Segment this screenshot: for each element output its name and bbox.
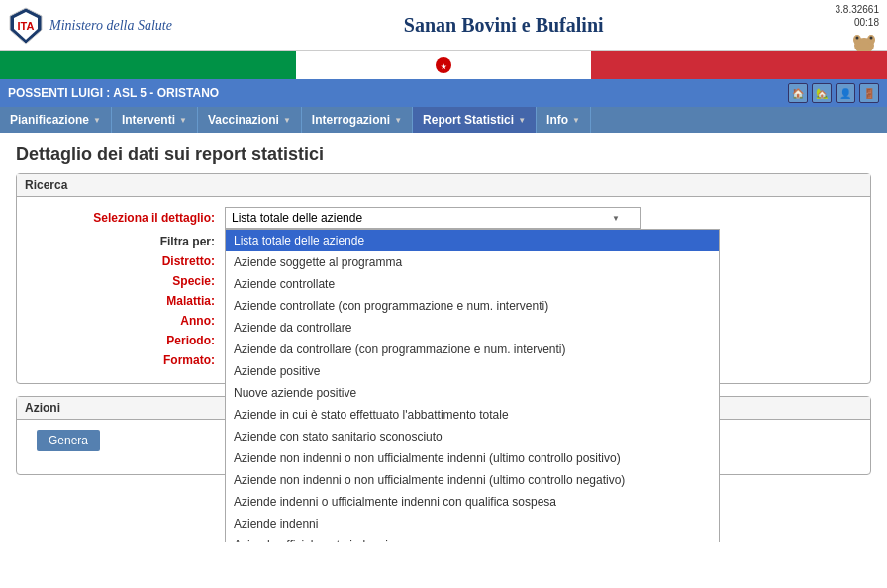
page-title: Dettaglio dei dati sui report statistici [0,133,887,173]
coat-of-arms: ★ [434,55,453,75]
malattia-label: Malattia: [27,294,225,308]
logo-area: ITA Ministero della Salute [8,6,172,46]
dropdown-item-12[interactable]: Aziende indenni o ufficialmente indenni … [226,491,719,513]
user-icons: 🏠 🏡 👤 🚪 [788,83,879,103]
nav-report-statistici[interactable]: Report Statistici ▼ [413,107,537,133]
dropdown-item-6[interactable]: Aziende positive [226,360,719,382]
dropdown-item-14[interactable]: Aziende ufficialmente indenni [226,535,719,542]
nav-vaccinazioni-arrow: ▼ [283,116,291,125]
house-icon[interactable]: 🏡 [812,83,832,103]
dropdown-item-1[interactable]: Aziende soggette al programma [226,251,719,273]
home-icon[interactable]: 🏠 [788,83,808,103]
flag-red [591,51,887,79]
nav-pianificazione[interactable]: Pianificazione ▼ [0,107,112,133]
generate-button[interactable]: Genera [37,430,100,451]
dettaglio-dropdown-container: Lista totale delle aziende ▼ Lista total… [225,207,641,229]
version-area: Versione 3.8.32661 00:18 [836,0,880,59]
dettaglio-label: Seleziona il dettaglio: [27,211,225,225]
nav-pianificazione-arrow: ▼ [93,116,101,125]
main-content: Ricerca Seleziona il dettaglio: Lista to… [0,173,887,503]
header: ITA Ministero della Salute Sanan Bovini … [0,0,887,51]
specie-label: Specie: [27,274,225,288]
flag-green [0,51,296,79]
nav-interrogazioni[interactable]: Interrogazioni ▼ [302,107,413,133]
italian-flag: ★ [0,51,887,79]
dropdown-selected-text: Lista totale delle aziende [232,211,362,225]
dropdown-item-5[interactable]: Aziende da controllare (con programmazio… [226,339,719,360]
dropdown-item-8[interactable]: Aziende in cui è stato effettuato l'abba… [226,404,719,426]
periodo-label: Periodo: [27,334,225,347]
app-title: Sanan Bovini e Bufalini [172,14,836,37]
ministry-name: Ministero della Salute [49,18,172,34]
nav-bar: Pianificazione ▼ Interventi ▼ Vaccinazio… [0,107,887,133]
filtra-label: Filtra per: [27,235,225,248]
nav-info[interactable]: Info ▼ [537,107,591,133]
nav-report-arrow: ▼ [518,116,526,125]
anno-label: Anno: [27,314,225,328]
formato-label: Formato: [27,353,225,367]
logout-icon[interactable]: 🚪 [859,83,879,103]
dropdown-list: Lista totale delle aziendeAziende sogget… [225,229,720,542]
nav-vaccinazioni[interactable]: Vaccinazioni ▼ [198,107,302,133]
nav-pianificazione-label: Pianificazione [10,113,89,127]
user-bar: POSSENTI LUIGI : ASL 5 - ORISTANO 🏠 🏡 👤 … [0,79,887,107]
user-text: POSSENTI LUIGI : ASL 5 - ORISTANO [8,86,219,100]
dropdown-item-10[interactable]: Aziende non indenni o non ufficialmente … [226,447,719,469]
ricerca-body: Seleziona il dettaglio: Lista totale del… [17,197,870,383]
dropdown-item-4[interactable]: Aziende da controllare [226,317,719,339]
person-icon[interactable]: 👤 [836,83,855,103]
nav-interventi-arrow: ▼ [179,116,187,125]
dropdown-item-3[interactable]: Aziende controllate (con programmazione … [226,295,719,317]
nav-interventi[interactable]: Interventi ▼ [112,107,198,133]
dropdown-item-11[interactable]: Aziende non indenni o non ufficialmente … [226,469,719,491]
version-date: 00:18 [854,17,879,28]
nav-interrogazioni-arrow: ▼ [394,116,402,125]
flag-white: ★ [296,51,592,79]
dropdown-item-13[interactable]: Aziende indenni [226,513,719,535]
svg-point-7 [870,37,873,40]
dropdown-item-0[interactable]: Lista totale delle aziende [226,230,719,251]
dropdown-item-2[interactable]: Aziende controllate [226,273,719,295]
distretto-label: Distretto: [27,254,225,268]
version-number: 3.8.32661 [836,4,880,15]
version-label: Versione [840,0,879,2]
nav-interrogazioni-label: Interrogazioni [312,113,390,127]
nav-info-arrow: ▼ [572,116,580,125]
nav-report-label: Report Statistici [423,113,514,127]
dettaglio-dropdown[interactable]: Lista totale delle aziende ▼ [225,207,641,229]
nav-interventi-label: Interventi [122,113,175,127]
nav-vaccinazioni-label: Vaccinazioni [208,113,279,127]
dettaglio-row: Seleziona il dettaglio: Lista totale del… [27,207,860,229]
dropdown-item-9[interactable]: Aziende con stato sanitario sconosciuto [226,426,719,447]
ricerca-legend: Ricerca [17,174,870,197]
svg-point-6 [856,37,859,40]
shield-icon: ITA [8,6,44,46]
svg-text:★: ★ [441,63,447,70]
ricerca-section: Ricerca Seleziona il dettaglio: Lista to… [16,173,871,384]
dropdown-item-7[interactable]: Nuove aziende positive [226,382,719,404]
dropdown-arrow-icon: ▼ [612,214,620,223]
svg-text:ITA: ITA [18,20,35,32]
nav-info-label: Info [546,113,568,127]
